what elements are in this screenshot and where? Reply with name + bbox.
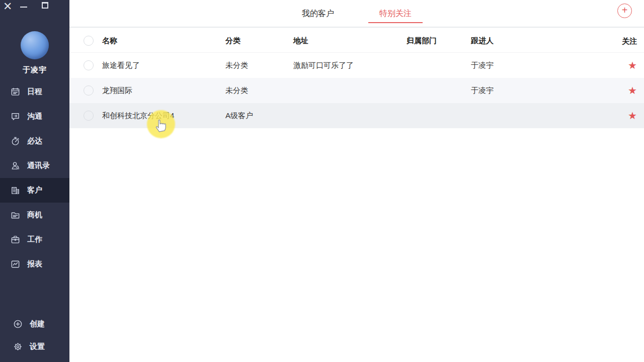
sidebar-item-label: 日程 — [27, 87, 42, 97]
col-header-department: 归属部门 — [407, 36, 437, 45]
folder-icon — [11, 210, 20, 220]
table-row[interactable]: 龙翔国际未分类于凌宇★ — [69, 78, 644, 103]
gear-icon — [13, 342, 23, 351]
sidebar-item-briefcase[interactable]: 工作 — [0, 227, 69, 252]
tab-special-focus[interactable]: 特别关注 — [377, 0, 414, 28]
col-header-address: 地址 — [293, 36, 308, 45]
sidebar-item-label: 商机 — [27, 210, 42, 220]
table-header-row: 名称 分类 地址 归属部门 跟进人 关注 — [69, 29, 644, 53]
sidebar-footer-menu: 创建设置 — [0, 313, 69, 358]
customer-name[interactable]: 旅途看见了 — [102, 61, 140, 70]
sidebar-item-label: 必达 — [27, 136, 42, 146]
sidebar: ✕ 于凌宇 日程沟通必达通讯录客户商机工作报表 创建设置 — [0, 0, 69, 362]
star-icon[interactable]: ★ — [628, 111, 637, 121]
sidebar-item-report[interactable]: 报表 — [0, 252, 69, 277]
customers-icon — [11, 186, 20, 195]
sidebar-item-contacts[interactable]: 通讯录 — [0, 153, 69, 178]
sidebar-item-chat[interactable]: 沟通 — [0, 104, 69, 129]
row-checkbox[interactable] — [84, 60, 94, 70]
customer-category: A级客户 — [225, 111, 253, 121]
col-header-name: 名称 — [102, 36, 117, 45]
col-header-star: 关注 — [622, 37, 637, 44]
plus-circle-icon — [13, 319, 23, 329]
sidebar-item-label: 客户 — [27, 186, 42, 195]
sidebar-item-label: 创建 — [30, 319, 45, 329]
sidebar-item-calendar[interactable]: 日程 — [0, 79, 69, 104]
sidebar-item-customers[interactable]: 客户 — [0, 178, 69, 203]
select-all-checkbox[interactable] — [84, 36, 94, 46]
sidebar-item-label: 沟通 — [27, 112, 42, 121]
user-profile: 于凌宇 — [0, 31, 69, 75]
avatar[interactable] — [21, 31, 49, 59]
sidebar-item-stopwatch[interactable]: 必达 — [0, 129, 69, 153]
close-icon[interactable]: ✕ — [3, 1, 12, 12]
contacts-icon — [11, 161, 20, 170]
chat-icon — [11, 112, 20, 121]
sidebar-item-label: 工作 — [27, 235, 42, 244]
sidebar-item-label: 设置 — [30, 342, 45, 351]
col-header-follower: 跟进人 — [471, 36, 494, 45]
customer-category: 未分类 — [225, 61, 248, 70]
maximize-icon[interactable] — [42, 2, 48, 9]
star-icon[interactable]: ★ — [628, 85, 637, 96]
sidebar-item-plus-circle[interactable]: 创建 — [0, 313, 69, 335]
minimize-icon[interactable] — [20, 7, 27, 8]
customer-name[interactable]: 龙翔国际 — [102, 86, 132, 96]
customer-table: 名称 分类 地址 归属部门 跟进人 关注 旅途看见了未分类激励可口可乐了了于凌宇… — [69, 29, 644, 128]
add-customer-button[interactable]: + — [617, 4, 632, 18]
report-icon — [11, 259, 20, 269]
row-checkbox[interactable] — [84, 85, 94, 96]
customer-category: 未分类 — [225, 86, 248, 96]
stopwatch-icon — [11, 136, 20, 146]
user-name: 于凌宇 — [0, 65, 69, 75]
tab-bar: 我的客户特别关注 — [69, 0, 644, 28]
tab-my-customers[interactable]: 我的客户 — [300, 0, 336, 28]
sidebar-item-folder[interactable]: 商机 — [0, 203, 69, 227]
customer-name[interactable]: 和创科技北京分公司4 — [102, 111, 174, 121]
window-controls: ✕ — [0, 0, 69, 15]
sidebar-item-label: 通讯录 — [27, 161, 50, 170]
table-row[interactable]: 旅途看见了未分类激励可口可乐了了于凌宇★ — [69, 53, 644, 78]
customer-address: 激励可口可乐了了 — [293, 61, 354, 70]
table-row[interactable]: 和创科技北京分公司4A级客户★ — [69, 103, 644, 128]
customer-follower: 于凌宇 — [471, 86, 494, 96]
star-icon[interactable]: ★ — [628, 60, 637, 70]
calendar-icon — [11, 87, 20, 97]
sidebar-item-label: 报表 — [27, 259, 42, 269]
sidebar-menu: 日程沟通必达通讯录客户商机工作报表 — [0, 79, 69, 277]
col-header-category: 分类 — [225, 36, 240, 45]
app-window: ✕ 于凌宇 日程沟通必达通讯录客户商机工作报表 创建设置 我的客户特别关注 + … — [0, 0, 644, 362]
customer-follower: 于凌宇 — [471, 61, 494, 70]
row-checkbox[interactable] — [84, 111, 94, 121]
topbar: 我的客户特别关注 + — [69, 0, 644, 28]
briefcase-icon — [11, 235, 20, 244]
sidebar-item-gear[interactable]: 设置 — [0, 335, 69, 358]
